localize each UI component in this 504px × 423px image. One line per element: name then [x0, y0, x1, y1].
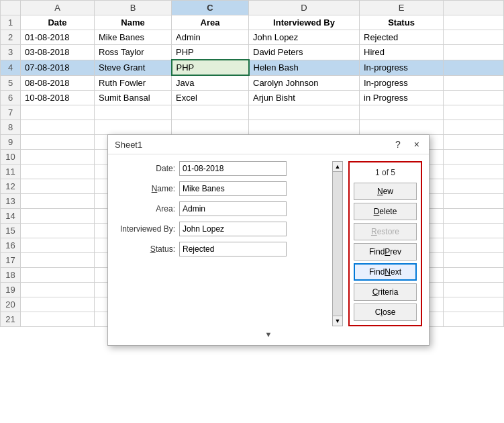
cell-r6-c3[interactable]: Arjun Bisht — [249, 91, 360, 105]
cell-r6-c1[interactable]: Sumit Bansal — [95, 91, 172, 105]
cell-r2-c4[interactable]: Rejected — [360, 30, 444, 45]
cell-r8-c3[interactable] — [249, 120, 360, 135]
cell-r7-c1[interactable] — [95, 105, 172, 120]
label-interviewed-by: Interviewed By: — [115, 224, 175, 234]
cell-extra — [444, 75, 504, 91]
cell-r11-c0[interactable] — [21, 164, 95, 179]
cell-r4-c1[interactable]: Steve Grant — [95, 60, 172, 75]
label-status: Status: — [115, 244, 175, 254]
col-header-e[interactable]: E — [360, 1, 444, 15]
cell-r15-c0[interactable] — [21, 224, 95, 238]
cell-extra — [444, 297, 504, 312]
cell-r5-c2[interactable]: Java — [172, 75, 249, 91]
col-header-a[interactable]: A — [21, 1, 95, 15]
cell-r1-c1[interactable]: Name — [95, 15, 172, 30]
cell-r7-c0[interactable] — [21, 105, 95, 120]
cell-r5-c4[interactable]: In-progress — [360, 75, 444, 91]
cell-r6-c4[interactable]: in Progress — [360, 91, 444, 105]
cell-r4-c3[interactable]: Helen Bash — [249, 60, 360, 75]
close-button[interactable]: Close — [354, 303, 417, 321]
input-interviewed-by[interactable] — [179, 222, 287, 236]
col-header-b[interactable]: B — [95, 1, 172, 15]
restore-button[interactable]: Restore — [354, 223, 417, 240]
cell-r9-c0[interactable] — [21, 135, 95, 150]
cell-r3-c4[interactable]: Hired — [360, 45, 444, 60]
dialog-help-button[interactable]: ? — [393, 139, 403, 150]
cell-r18-c0[interactable] — [21, 268, 95, 283]
form-row-date: Date: — [115, 161, 327, 176]
col-header-d[interactable]: D — [249, 1, 360, 15]
scroll-bottom-arrow[interactable]: ▼ — [265, 330, 272, 338]
cell-r7-c3[interactable] — [249, 105, 360, 120]
cell-extra — [444, 209, 504, 224]
row-num-4: 4 — [1, 60, 21, 75]
criteria-button[interactable]: Criteria — [354, 283, 417, 301]
cell-r2-c3[interactable]: John Lopez — [249, 30, 360, 45]
cell-r3-c1[interactable]: Ross Taylor — [95, 45, 172, 60]
dialog-right-panel: 1 of 5 New Delete Restore Find Prev Find… — [348, 161, 422, 326]
cell-r1-c0[interactable]: Date — [21, 15, 95, 30]
dialog-close-x-button[interactable]: × — [411, 139, 422, 150]
cell-r1-c4[interactable]: Status — [360, 15, 444, 30]
scroll-track[interactable] — [332, 172, 343, 316]
cell-r1-c2[interactable]: Area — [172, 15, 249, 30]
cell-r2-c1[interactable]: Mike Banes — [95, 30, 172, 45]
cell-r3-c0[interactable]: 03-08-2018 — [21, 45, 95, 60]
cell-r2-c0[interactable]: 01-08-2018 — [21, 30, 95, 45]
cell-r16-c0[interactable] — [21, 238, 95, 253]
cell-r8-c4[interactable] — [360, 120, 444, 135]
cell-r5-c0[interactable]: 08-08-2018 — [21, 75, 95, 91]
cell-extra — [444, 283, 504, 297]
cell-extra — [444, 45, 504, 60]
dialog-title-controls: ? × — [393, 139, 422, 150]
scroll-down-arrow[interactable]: ▼ — [332, 316, 343, 326]
input-date[interactable] — [179, 161, 287, 176]
delete-button[interactable]: Delete — [354, 203, 417, 220]
cell-r17-c0[interactable] — [21, 253, 95, 268]
cell-r14-c0[interactable] — [21, 209, 95, 224]
cell-r5-c1[interactable]: Ruth Fowler — [95, 75, 172, 91]
dialog-body: Date: Name: Area: Interviewed By: Status… — [108, 154, 429, 326]
cell-r8-c0[interactable] — [21, 120, 95, 135]
cell-r3-c3[interactable]: David Peters — [249, 45, 360, 60]
new-button[interactable]: New — [354, 183, 417, 200]
scroll-up-arrow[interactable]: ▲ — [332, 161, 343, 172]
form-row-status: Status: — [115, 242, 327, 256]
cell-r13-c0[interactable] — [21, 194, 95, 209]
cell-r21-c0[interactable] — [21, 312, 95, 327]
row-num-15: 15 — [1, 224, 21, 238]
cell-r2-c2[interactable]: Admin — [172, 30, 249, 45]
row-num-17: 17 — [1, 253, 21, 268]
input-area[interactable] — [179, 201, 287, 216]
cell-r6-c2[interactable]: Excel — [172, 91, 249, 105]
form-scrollbar[interactable]: ▲ ▼ — [332, 161, 343, 326]
cell-r8-c2[interactable] — [172, 120, 249, 135]
cell-r19-c0[interactable] — [21, 283, 95, 297]
cell-extra — [444, 91, 504, 105]
cell-extra — [444, 224, 504, 238]
cell-extra — [444, 164, 504, 179]
row-num-13: 13 — [1, 194, 21, 209]
cell-r4-c4[interactable]: In-progress — [360, 60, 444, 75]
cell-r4-c0[interactable]: 07-08-2018 — [21, 60, 95, 75]
cell-r3-c2[interactable]: PHP — [172, 45, 249, 60]
cell-extra — [444, 312, 504, 327]
input-status[interactable] — [179, 242, 287, 256]
cell-r7-c2[interactable] — [172, 105, 249, 120]
cell-r6-c0[interactable]: 10-08-2018 — [21, 91, 95, 105]
cell-r12-c0[interactable] — [21, 179, 95, 194]
find-prev-button[interactable]: Find Prev — [354, 243, 417, 261]
corner-cell — [1, 1, 21, 15]
find-next-button[interactable]: Find Next — [354, 263, 417, 281]
cell-r10-c0[interactable] — [21, 150, 95, 164]
cell-extra — [444, 60, 504, 75]
cell-r7-c4[interactable] — [360, 105, 444, 120]
cell-r5-c3[interactable]: Carolyn Johnson — [249, 75, 360, 91]
cell-r1-c3[interactable]: Interviewed By — [249, 15, 360, 30]
cell-r4-c2[interactable]: PHP — [172, 60, 249, 75]
col-header-c[interactable]: C — [172, 1, 249, 15]
input-name[interactable] — [179, 181, 287, 196]
cell-r8-c1[interactable] — [95, 120, 172, 135]
label-name: Name: — [115, 184, 175, 193]
cell-r20-c0[interactable] — [21, 297, 95, 312]
